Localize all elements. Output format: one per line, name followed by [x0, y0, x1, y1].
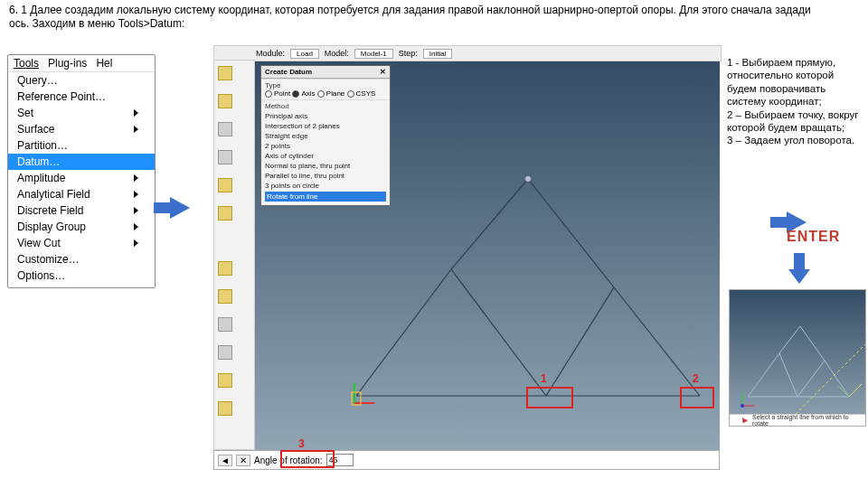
menu-options[interactable]: Options… — [8, 267, 155, 284]
svg-line-16 — [800, 326, 825, 361]
tool-icon[interactable] — [218, 317, 232, 332]
svg-point-25 — [741, 404, 744, 408]
svg-line-4 — [528, 179, 614, 287]
svg-line-17 — [825, 361, 849, 397]
menu-amplitude[interactable]: Amplitude — [8, 170, 155, 186]
method-row[interactable]: Intersection of 2 planes — [265, 122, 386, 130]
chevron-right-icon — [134, 207, 138, 214]
menu-reference-point[interactable]: Reference Point… — [8, 89, 155, 105]
method-row-selected[interactable]: Rotate from line — [265, 192, 386, 202]
dialog-title: Create Datum — [265, 68, 312, 76]
menubar: Tools Plug-ins Hel — [8, 55, 155, 72]
result-viewport: ⯈ Select a straight line from which to r… — [729, 289, 866, 427]
method-row[interactable]: Straight edge — [265, 132, 386, 140]
menubar-tools[interactable]: Tools — [14, 57, 39, 70]
svg-line-2 — [356, 269, 451, 396]
tool-icon[interactable] — [218, 261, 232, 276]
tool-icon[interactable] — [218, 206, 232, 221]
chevron-right-icon — [134, 191, 138, 198]
menu-partition[interactable]: Partition… — [8, 137, 155, 154]
cancel-icon[interactable]: ✕ — [236, 455, 250, 466]
tool-icon[interactable] — [218, 345, 232, 360]
method-row[interactable]: Axis of cylinder — [265, 152, 386, 160]
tool-icon[interactable] — [218, 94, 232, 108]
context-bar: Module: Load Model: Model-1 Step: Initia… — [213, 45, 722, 61]
radio-plane[interactable] — [317, 90, 325, 98]
tool-icon[interactable] — [218, 373, 232, 388]
callout-box-3 — [280, 450, 335, 468]
tool-icon[interactable] — [218, 122, 232, 136]
menu-view-cut[interactable]: View Cut — [8, 235, 155, 251]
menubar-help[interactable]: Hel — [96, 57, 112, 70]
tool-icon[interactable] — [218, 401, 232, 416]
radio-csys[interactable] — [347, 90, 354, 98]
arrow-down-icon — [794, 253, 805, 269]
svg-line-18 — [779, 353, 797, 397]
menu-surface[interactable]: Surface — [8, 121, 155, 137]
chevron-right-icon — [134, 109, 138, 117]
menu-analytical-field[interactable]: Analytical Field — [8, 186, 155, 202]
abaqus-screenshot: Module: Load Model: Model-1 Step: Initia… — [213, 45, 720, 470]
method-row[interactable]: Principal axis — [265, 112, 386, 120]
radio-axis[interactable] — [292, 90, 299, 98]
svg-line-7 — [546, 287, 614, 396]
svg-line-6 — [451, 269, 546, 396]
menu-set[interactable]: Set — [8, 105, 155, 121]
legend-text: 1 - Выбираем прямую, относительно которо… — [727, 56, 863, 147]
step-selector[interactable]: Initial — [423, 49, 453, 59]
model-selector[interactable]: Model-1 — [354, 49, 393, 59]
menu-customize[interactable]: Customize… — [8, 251, 155, 267]
svg-line-5 — [614, 287, 700, 396]
tools-menu: Tools Plug-ins Hel Query… Reference Poin… — [7, 54, 156, 288]
callout-1: 1 — [541, 372, 547, 385]
callout-box-2 — [680, 387, 714, 408]
method-row[interactable]: 3 points on circle — [265, 182, 386, 190]
instruction-text: 6. 1 Далее создадим локальную систему ко… — [9, 4, 868, 31]
method-row[interactable]: Normal to plane, thru point — [265, 162, 386, 170]
toolbox — [213, 60, 255, 450]
chevron-right-icon — [134, 174, 138, 182]
radio-point[interactable] — [265, 90, 272, 98]
menubar-plugins[interactable]: Plug-ins — [48, 57, 87, 70]
method-list: Method Principal axis Intersection of 2 … — [261, 99, 390, 205]
create-datum-dialog: Create Datum ✕ Type Point Axis Plane CSY… — [260, 65, 391, 206]
arrow-right-icon — [170, 197, 190, 219]
tool-icon[interactable] — [218, 66, 232, 80]
svg-line-3 — [451, 179, 528, 269]
callout-box-1 — [526, 387, 573, 408]
menu-query[interactable]: Query… — [8, 72, 155, 89]
tool-icon[interactable] — [218, 150, 232, 164]
chevron-right-icon — [134, 223, 138, 230]
close-icon[interactable]: ✕ — [380, 68, 386, 76]
chevron-right-icon — [134, 239, 138, 247]
svg-line-14 — [748, 353, 779, 397]
type-label: Type — [265, 81, 386, 89]
chevron-right-icon — [134, 126, 138, 133]
menu-datum[interactable]: Datum… — [8, 154, 155, 170]
svg-line-22 — [838, 386, 849, 397]
svg-line-19 — [797, 361, 825, 397]
method-row[interactable]: Parallel to line, thru point — [265, 172, 386, 180]
module-selector[interactable]: Load — [290, 49, 319, 59]
tool-icon[interactable] — [218, 178, 232, 192]
callout-3: 3 — [298, 437, 305, 450]
viewport-canvas[interactable]: Create Datum ✕ Type Point Axis Plane CSY… — [255, 61, 720, 450]
enter-label: ENTER — [787, 229, 840, 245]
svg-line-15 — [779, 326, 800, 353]
svg-line-21 — [849, 384, 862, 397]
menu-discrete-field[interactable]: Discrete Field — [8, 202, 155, 219]
method-row[interactable]: 2 points — [265, 142, 386, 150]
tool-icon[interactable] — [218, 289, 232, 304]
menu-display-group[interactable]: Display Group — [8, 219, 155, 235]
callout-2: 2 — [693, 372, 699, 385]
result-status: ⯈ Select a straight line from which to r… — [730, 414, 865, 426]
svg-point-8 — [525, 176, 531, 182]
